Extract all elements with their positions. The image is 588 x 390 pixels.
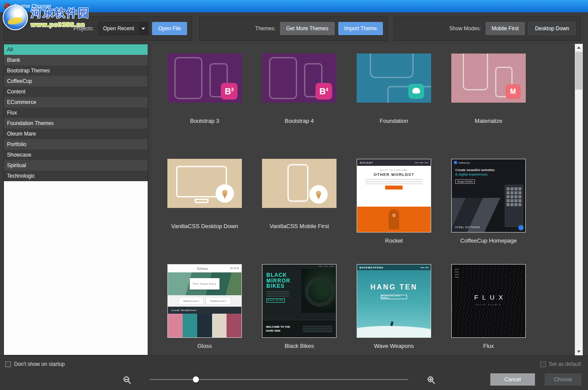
theme-card-foundation[interactable]: Foundation	[347, 54, 441, 159]
sidebar-item-foundation-themes[interactable]: Foundation Themes	[4, 118, 148, 129]
theme-card-vanillacss-mobile-first[interactable]: VanillaCSS Mobile First	[252, 159, 347, 264]
dont-show-label: Don't show on startup	[14, 361, 65, 367]
themes-group: Themes: Get More Themes Import Theme	[199, 16, 388, 41]
menu-lines-decoration	[415, 162, 428, 163]
mosaic-decoration	[168, 314, 241, 337]
sidebar-item-portfolio[interactable]: Portfolio	[4, 139, 148, 150]
theme-name: Flux	[483, 343, 494, 349]
scrollbar[interactable]	[575, 44, 583, 355]
cancel-button[interactable]: Cancel	[490, 373, 535, 386]
show-modes-label: Show Modes:	[449, 25, 481, 32]
window-title: Theme Chooser	[14, 3, 51, 9]
pattern-panel	[505, 185, 523, 227]
theme-card-flux[interactable]: FLUX retro studio Flux	[441, 264, 536, 349]
theme-name: Bootstrap 4	[285, 118, 314, 124]
thumb-navbar: ... Gloss	[168, 265, 241, 272]
materialize-logo-icon: M	[506, 84, 521, 99]
theme-thumbnail-coffeecup: coffeecup Create beautiful websites & di…	[451, 159, 526, 233]
theme-card-black-bikes[interactable]: BLACK MIRROR BIKES READ MORE WELCOME TO …	[252, 264, 347, 349]
theme-name: VanillaCSS Desktop Down	[171, 223, 238, 229]
phone-outline-icon	[463, 54, 488, 90]
theme-thumbnail-black-bikes: BLACK MIRROR BIKES READ MORE WELCOME TO …	[262, 264, 337, 338]
theme-name: VanillaCSS Mobile First	[269, 223, 329, 229]
sidebar-item-technologic[interactable]: Technologic	[4, 171, 148, 181]
sidebar-item-showcase[interactable]: Showcase	[4, 150, 148, 160]
phone-outline-icon	[287, 164, 308, 202]
theme-card-bootstrap-4[interactable]: B4 Bootstrap 4	[252, 54, 347, 159]
hero-photo-decoration: This Travel Story	[168, 272, 241, 295]
projects-group: Projects: Open Recent Open File	[4, 16, 192, 41]
theme-name: Foundation	[379, 118, 408, 124]
line-pattern-decoration	[452, 265, 525, 337]
sidebar-item-coffeecup[interactable]: CoffeeCup	[4, 76, 148, 86]
theme-name: Wave Weapons	[374, 343, 414, 349]
theme-name: Black Bikes	[284, 343, 314, 349]
show-modes-group: Show Modes: Mobile First Desktop Down	[394, 16, 581, 41]
thumb-footer-section: WELCOME TO THE DARK SIDE	[262, 320, 336, 337]
theme-card-materialize[interactable]: M Materialize	[441, 54, 536, 159]
ice-cream-icon	[309, 185, 328, 204]
scrollbar-thumb[interactable]	[575, 52, 582, 89]
theme-card-rocket[interactable]: ROCKET BUILT TO EXPLORE OTHER WORLDS? Ro…	[347, 159, 441, 264]
menu-lines-decoration	[262, 265, 336, 269]
theme-thumbnail-gloss: ... Gloss This Travel Story Heading Leve…	[167, 264, 242, 338]
zoom-out-icon[interactable]	[124, 376, 129, 382]
thumb-navbar: ROCKET	[357, 159, 431, 166]
rocket-illustration	[389, 209, 399, 229]
sidebar-item-spiritual[interactable]: Spiritual	[4, 160, 148, 171]
theme-thumbnail-materialize: M	[451, 54, 526, 103]
get-more-themes-button[interactable]: Get More Themes	[280, 22, 334, 35]
choose-button[interactable]: Choose	[545, 373, 581, 386]
cards-row: Heading Level 2 Heading Level 2	[168, 295, 241, 307]
sidebar-item-blank[interactable]: Blank	[4, 55, 148, 65]
tablet-outline-icon	[269, 57, 297, 99]
sidebar-item-ecommerce[interactable]: ECommerce	[4, 97, 148, 107]
text-lines-decoration	[303, 325, 333, 333]
import-theme-button[interactable]: Import Theme	[338, 22, 383, 35]
chevron-down-icon	[138, 22, 148, 35]
scroll-down-button[interactable]	[575, 348, 583, 355]
dont-show-checkbox[interactable]	[5, 361, 11, 367]
sidebar-item-content[interactable]: Content	[4, 86, 148, 97]
zoom-in-icon[interactable]	[428, 376, 433, 382]
theme-card-coffeecup-homepage[interactable]: coffeecup Create beautiful websites & di…	[441, 159, 536, 264]
blue-badge-icon	[518, 225, 524, 230]
theme-name: CoffeeCup Homepage	[460, 237, 517, 244]
wave-foam-decoration	[357, 326, 431, 338]
theme-thumbnail-foundation	[357, 54, 431, 103]
tablet-outline-icon	[174, 57, 202, 99]
sidebar-item-all[interactable]: All	[4, 44, 148, 55]
theme-thumbnail-flux: FLUX retro studio	[451, 264, 526, 338]
set-as-default: Set as default	[540, 361, 581, 367]
category-list: All Blank Bootstrap Themes CoffeeCup Con…	[4, 44, 148, 355]
set-default-checkbox[interactable]	[540, 361, 546, 367]
theme-name: Gloss	[197, 343, 212, 349]
theme-thumbnail-vanillacss-desktop	[167, 159, 242, 208]
theme-name: Materialize	[475, 118, 503, 124]
scroll-up-button[interactable]	[575, 44, 583, 51]
desktop-down-button[interactable]: Desktop Down	[528, 22, 576, 35]
theme-thumbnail-rocket: ROCKET BUILT TO EXPLORE OTHER WORLDS?	[357, 159, 431, 233]
tablet-outline-icon	[370, 54, 414, 78]
theme-card-bootstrap-3[interactable]: B3 Bootstrap 3	[157, 54, 252, 159]
theme-name: Rocket	[385, 237, 403, 244]
theme-card-gloss[interactable]: ... Gloss This Travel Story Heading Leve…	[157, 264, 252, 349]
open-file-button[interactable]: Open File	[152, 22, 187, 35]
zoom-slider[interactable]	[150, 375, 408, 384]
text-lines-decoration	[266, 291, 289, 297]
open-recent-dropdown[interactable]: Open Recent	[98, 22, 149, 35]
sidebar-item-bootstrap-themes[interactable]: Bootstrap Themes	[4, 65, 148, 76]
slider-thumb[interactable]	[193, 376, 199, 383]
dont-show-on-startup: Don't show on startup	[5, 361, 65, 367]
sidebar-item-oleum-mare[interactable]: Oleum Mare	[4, 129, 148, 139]
social-icons-decoration	[230, 267, 239, 269]
projects-label: Projects:	[74, 25, 94, 32]
themes-label: Themes:	[255, 25, 276, 32]
theme-card-wave-weapons[interactable]: WAVEWEAPONS HANG TEN WEAPONS AND AMMO Wa…	[347, 264, 441, 349]
menu-lines-decoration	[421, 267, 429, 268]
sidebar-item-flux[interactable]: Flux	[4, 107, 148, 118]
set-default-label: Set as default	[549, 361, 581, 367]
slider-track[interactable]	[150, 379, 408, 380]
mobile-first-button[interactable]: Mobile First	[485, 22, 525, 35]
theme-card-vanillacss-desktop-down[interactable]: VanillaCSS Desktop Down	[157, 159, 252, 264]
